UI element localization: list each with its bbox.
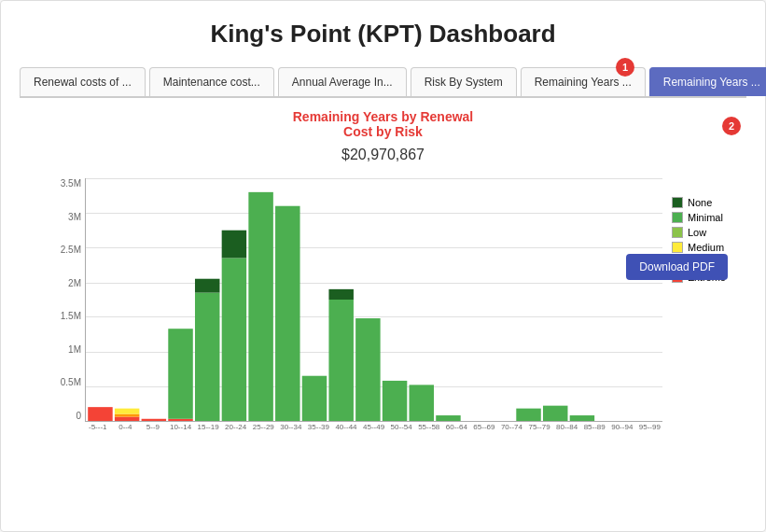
svg-rect-0 xyxy=(88,407,112,421)
svg-rect-9 xyxy=(222,258,246,421)
x-label: 90--94 xyxy=(609,423,635,432)
x-label: 95--99 xyxy=(637,423,663,432)
svg-rect-12 xyxy=(275,206,299,421)
badge-1: 1 xyxy=(616,58,634,77)
legend-medium: Medium xyxy=(672,242,746,253)
legend-label-low: Low xyxy=(688,227,706,238)
tab-renewal-costs[interactable]: Renewal costs of ... xyxy=(20,67,146,96)
legend: None Minimal Low Medium High Extreme xyxy=(672,178,746,432)
tab-maintenance-cost[interactable]: Maintenance cost... xyxy=(149,67,274,96)
legend-color-minimal xyxy=(672,212,683,223)
svg-rect-16 xyxy=(355,318,380,421)
page-title: King's Point (KPT) Dashboard xyxy=(20,20,746,49)
chart-title-line2: Cost by Risk xyxy=(20,124,746,139)
legend-color-low xyxy=(672,227,683,238)
tab-remaining-years-2[interactable]: Remaining Years ... xyxy=(649,67,766,96)
dashboard-container: King's Point (KPT) Dashboard 1 Renewal c… xyxy=(0,0,766,532)
tab-annual-average[interactable]: Annual Average In... xyxy=(278,67,407,96)
svg-rect-18 xyxy=(410,385,434,421)
svg-rect-1 xyxy=(115,417,139,421)
x-label: 75--79 xyxy=(526,423,552,432)
x-labels: -5---10--45--910--1415--1920--2425--2930… xyxy=(85,423,662,432)
svg-rect-6 xyxy=(168,329,192,419)
chart-title-line1: Remaining Years by Renewal xyxy=(20,109,746,124)
svg-rect-10 xyxy=(222,231,246,259)
svg-rect-5 xyxy=(168,419,192,421)
svg-rect-20 xyxy=(516,409,540,421)
x-label: 15--19 xyxy=(195,423,221,432)
total-value: $20,970,867 xyxy=(20,147,746,163)
y-label: 0.5M xyxy=(40,377,81,387)
x-label: 10--14 xyxy=(168,423,194,432)
x-label: 20--24 xyxy=(223,423,249,432)
chart-wrapper: 3.5M 3M 2.5M 2M 1.5M 1M 0.5M 0 xyxy=(38,178,662,432)
x-label: 25--29 xyxy=(250,423,276,432)
x-label: 40--44 xyxy=(333,423,359,432)
legend-none: None xyxy=(672,197,746,208)
legend-label-medium: Medium xyxy=(688,242,724,253)
x-label: 50--54 xyxy=(388,423,414,432)
svg-rect-4 xyxy=(142,419,166,421)
x-label: 55--58 xyxy=(416,423,442,432)
y-label: 2.5M xyxy=(40,245,81,255)
x-label: 0--4 xyxy=(113,423,139,432)
x-label: 65--69 xyxy=(471,423,497,432)
svg-rect-2 xyxy=(115,414,139,417)
tab-risk-by-system[interactable]: Risk By System xyxy=(411,67,517,96)
x-label: 45--49 xyxy=(361,423,387,432)
bars-container xyxy=(85,178,662,421)
svg-rect-22 xyxy=(570,415,594,421)
legend-label-none: None xyxy=(688,197,712,208)
svg-rect-14 xyxy=(328,300,353,421)
y-label: 1.5M xyxy=(40,311,81,321)
x-label: 80--84 xyxy=(554,423,580,432)
y-label: 1M xyxy=(40,344,81,355)
badge-2: 2 xyxy=(722,117,741,135)
x-label: 5--9 xyxy=(140,423,166,432)
y-label: 3.5M xyxy=(40,178,81,189)
legend-minimal: Minimal xyxy=(672,212,746,223)
x-label: 30--34 xyxy=(278,423,304,432)
svg-rect-3 xyxy=(115,409,139,414)
svg-rect-19 xyxy=(436,415,460,421)
x-label: -5---1 xyxy=(85,423,111,432)
chart-header: Remaining Years by Renewal Cost by Risk xyxy=(20,109,746,139)
tabs-row: 1 Renewal costs of ... Maintenance cost.… xyxy=(20,67,746,98)
svg-rect-13 xyxy=(302,376,327,421)
y-label: 2M xyxy=(40,278,81,288)
chart-area: 3.5M 3M 2.5M 2M 1.5M 1M 0.5M 0 xyxy=(38,178,746,432)
legend-low: Low xyxy=(672,227,746,238)
x-label: 70--74 xyxy=(499,423,525,432)
y-label: 3M xyxy=(40,212,81,222)
y-label: 0 xyxy=(40,411,81,421)
legend-color-none xyxy=(672,197,683,208)
svg-rect-21 xyxy=(543,406,567,421)
svg-rect-11 xyxy=(248,192,272,421)
svg-rect-8 xyxy=(195,279,219,293)
legend-label-minimal: Minimal xyxy=(688,212,723,223)
svg-rect-15 xyxy=(328,289,353,300)
legend-color-medium xyxy=(672,242,683,253)
svg-rect-7 xyxy=(195,293,219,421)
x-label: 85--89 xyxy=(581,423,607,432)
x-label: 35--39 xyxy=(306,423,332,432)
x-label: 60--64 xyxy=(444,423,470,432)
y-axis: 3.5M 3M 2.5M 2M 1.5M 1M 0.5M 0 xyxy=(40,178,81,421)
svg-rect-17 xyxy=(383,381,407,421)
